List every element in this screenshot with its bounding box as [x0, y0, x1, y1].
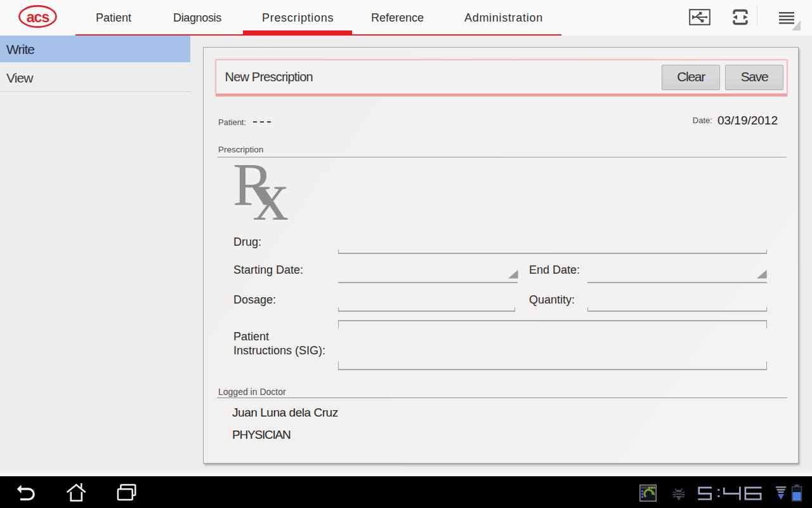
svg-text:x: x	[253, 161, 289, 222]
svg-text:acs: acs	[27, 9, 49, 25]
